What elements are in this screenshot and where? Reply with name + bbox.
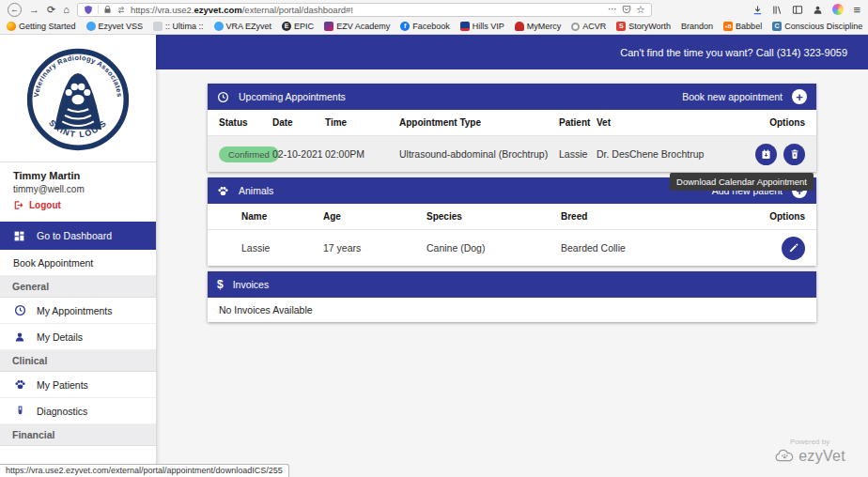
appointment-vet: Dr. DesChene Brochtrup	[597, 148, 755, 160]
logout-button[interactable]: Logout	[13, 200, 143, 210]
cloud-icon	[86, 22, 96, 31]
bookmark-label: Hills VIP	[473, 22, 504, 31]
page-icon	[153, 22, 163, 31]
bookmark-item[interactable]: :: Ultima ::	[153, 22, 204, 31]
library-icon[interactable]	[772, 5, 783, 15]
downloads-icon[interactable]	[752, 5, 763, 15]
sidebar-item-my-patients[interactable]: My Patients	[0, 372, 156, 398]
cancel-appointment-button[interactable]	[783, 144, 805, 165]
bookmark-item[interactable]: Facebook	[400, 22, 450, 31]
sidebar-item-diagnostics[interactable]: Diagnostics	[0, 398, 156, 424]
sidebar-nav: Go to Dashboard Book Appointment General…	[0, 222, 156, 446]
logout-label: Logout	[29, 200, 61, 210]
browser-chrome: ← → ⟳ ⌂ https://vra.use2.ezyvet.com/exte…	[0, 0, 868, 35]
logout-icon	[13, 200, 23, 210]
firefox-color-icon[interactable]	[832, 4, 844, 15]
col-appointment-type: Appointment Type	[399, 117, 559, 128]
bookmarks-bar: Getting Started Ezyvet VSS :: Ultima :: …	[0, 19, 868, 34]
download-calendar-button[interactable]	[755, 144, 777, 165]
sidebar-item-my-details[interactable]: My Details	[0, 324, 156, 350]
person-icon	[13, 331, 26, 343]
clock-icon	[13, 304, 26, 316]
col-options: Options	[769, 117, 805, 128]
back-button[interactable]: ←	[8, 3, 22, 17]
bookmark-item[interactable]: EZV Academy	[324, 22, 390, 31]
sidebar: Veterinary Radiology Associates SAINT LO…	[0, 35, 156, 477]
cd-icon	[772, 22, 782, 31]
animal-age: 17 years	[323, 242, 426, 254]
hills-icon	[460, 22, 470, 31]
bookmark-item[interactable]: EPIC	[282, 22, 314, 31]
bookmark-item[interactable]: Babbel	[723, 22, 762, 31]
bookmark-item[interactable]: StoryWorth	[616, 22, 671, 31]
animals-card: Animals Add new patient + Name Age Speci…	[208, 177, 816, 266]
bookmark-item[interactable]: ACVR	[571, 22, 606, 31]
url-text[interactable]: https://vra.use2.ezyvet.com/external/por…	[131, 5, 603, 15]
reload-button[interactable]: ⟳	[47, 5, 55, 15]
bookmark-label: EPIC	[294, 22, 314, 31]
sidebar-item-label: My Details	[37, 331, 83, 343]
book-new-appointment-button[interactable]: +	[792, 89, 807, 104]
bookmark-item[interactable]: Hills VIP	[460, 22, 504, 31]
dashboard-cards: Upcoming Appointments Book new appointme…	[208, 84, 816, 322]
bookmark-star-icon[interactable]: ☆	[636, 5, 645, 15]
col-date: Date	[272, 117, 325, 128]
trash-icon	[789, 148, 800, 160]
bookmark-label: EZV Academy	[336, 22, 390, 31]
dollar-icon: $	[217, 278, 224, 291]
bookmark-item[interactable]: VRA EZyvet	[214, 22, 272, 31]
ezyvet-cloud-paw-icon	[774, 449, 795, 464]
sidebar-item-my-appointments[interactable]: My Appointments	[0, 298, 156, 324]
bookmark-label: Facebook	[412, 22, 450, 31]
animal-name: Lassie	[241, 242, 323, 254]
invoices-card: $ Invoices No Invoices Available	[208, 271, 816, 322]
bookmark-item[interactable]: MyMercy	[515, 22, 562, 31]
bookmark-label: StoryWorth	[628, 22, 671, 31]
animals-table-header: Name Age Species Breed Options	[208, 204, 816, 230]
bookmark-item[interactable]: Conscious Discipline	[772, 22, 862, 31]
toolbar-right-icons: ≡	[752, 4, 860, 16]
sidebar-item-book-appointment[interactable]: Book Appointment	[0, 250, 156, 276]
bookmark-item[interactable]: Brandon	[681, 22, 713, 31]
lock-icon[interactable]	[103, 5, 112, 14]
calendar-download-icon	[760, 148, 772, 161]
footer-brand: Powered by ezyVet	[774, 438, 845, 465]
appointment-options	[755, 144, 805, 165]
sidebar-item-dashboard[interactable]: Go to Dashboard	[0, 222, 156, 250]
col-status: Status	[219, 117, 272, 128]
sidebar-toggle-icon[interactable]	[792, 5, 803, 15]
animal-breed: Bearded Collie	[561, 242, 782, 254]
sidebar-section-clinical: Clinical	[0, 350, 156, 372]
edit-patient-button[interactable]	[782, 237, 805, 260]
account-icon[interactable]	[813, 5, 823, 15]
appointment-type: Ultrasound-abdominal (Brochtrup)	[399, 148, 559, 160]
bookmark-label: Brandon	[681, 22, 713, 31]
sidebar-item-label: My Appointments	[37, 305, 113, 316]
bookmark-item[interactable]: Getting Started	[7, 22, 76, 31]
pocket-icon[interactable]	[622, 5, 631, 14]
book-new-appointment-label[interactable]: Book new appointment	[682, 91, 783, 102]
bookmark-item[interactable]: Ezyvet VSS	[86, 22, 144, 31]
url-bar[interactable]: https://vra.use2.ezyvet.com/external/por…	[77, 3, 652, 17]
appointment-time: 02:00PM	[325, 148, 399, 160]
home-button[interactable]: ⌂	[63, 5, 70, 15]
dashboard-icon	[12, 230, 25, 242]
bookmark-label: VRA EZyvet	[226, 22, 272, 31]
divider	[98, 5, 99, 14]
forward-button[interactable]: →	[29, 5, 39, 15]
col-vet: Vet	[597, 117, 769, 128]
menu-icon[interactable]: ≡	[853, 4, 860, 16]
permissions-icon[interactable]	[116, 6, 126, 14]
portal-page: Veterinary Radiology Associates SAINT LO…	[0, 35, 868, 477]
animal-row: Lassie 17 years Canine (Dog) Bearded Col…	[208, 230, 816, 266]
bookmark-label: MyMercy	[527, 22, 562, 31]
appointment-patient: Lassie	[559, 148, 597, 160]
shield-icon[interactable]	[84, 5, 93, 15]
sidebar-item-label: Go to Dashboard	[37, 230, 112, 241]
paw-icon	[217, 185, 229, 197]
appointments-header: Upcoming Appointments Book new appointme…	[208, 84, 816, 110]
invoices-empty-message: No Invoices Available	[208, 298, 816, 322]
page-actions-icon[interactable]: ⋯	[608, 5, 617, 14]
sidebar-section-financial: Financial	[0, 424, 156, 446]
screen: ← → ⟳ ⌂ https://vra.use2.ezyvet.com/exte…	[0, 0, 868, 477]
